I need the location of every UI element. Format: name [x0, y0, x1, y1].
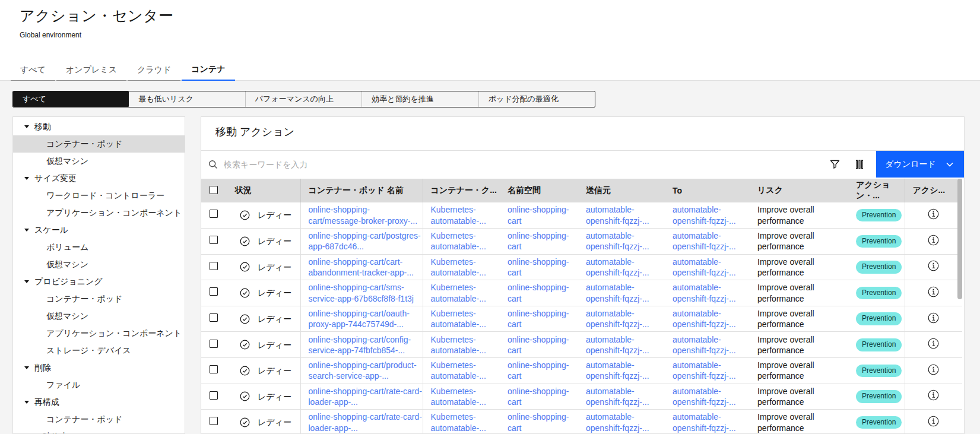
row-checkbox[interactable] [210, 262, 218, 270]
sidebar-item[interactable]: コンテナー・ポッド [13, 290, 185, 308]
cluster-link[interactable]: Kubernetes-automatable-... [431, 205, 486, 225]
row-checkbox[interactable] [210, 340, 218, 348]
source-link[interactable]: automatable-openshift-fqzzj-... [586, 231, 649, 251]
sidebar-item[interactable]: 仮想マシン [13, 256, 185, 273]
sidebar-item[interactable]: アプリケーション・コンポーネント [13, 204, 185, 221]
filter-segment[interactable]: パフォーマンスの向上 [245, 91, 361, 107]
sidebar-item[interactable]: ストレージ・デバイス [13, 342, 185, 359]
info-icon[interactable] [928, 364, 939, 375]
to-link[interactable]: automatable-openshift-fqzzj-... [673, 283, 736, 303]
col-header-action-details[interactable]: アクシ... [905, 179, 962, 202]
tab-クラウド[interactable]: クラウド [128, 59, 180, 81]
pod-name-link[interactable]: online-shopping-cart/cart-abandonment-tr… [309, 257, 414, 277]
pod-name-link[interactable]: online-shopping-cart/message-broker-prox… [309, 205, 418, 225]
namespace-link[interactable]: online-shopping-cart [508, 309, 569, 329]
sidebar-group-header[interactable]: 移動 [13, 118, 185, 135]
tab-すべて[interactable]: すべて [11, 59, 55, 81]
source-link[interactable]: automatable-openshift-fqzzj-... [586, 309, 649, 329]
sidebar-group-header[interactable]: プロビジョニング [13, 273, 185, 290]
sidebar-item[interactable]: ファイル [13, 376, 185, 394]
to-link[interactable]: automatable-openshift-fqzzj-... [673, 360, 736, 381]
to-link[interactable]: automatable-openshift-fqzzj-... [673, 335, 736, 355]
source-link[interactable]: automatable-openshift-fqzzj-... [586, 387, 649, 407]
column-settings-icon[interactable] [850, 151, 869, 178]
sidebar-item[interactable]: コンテナー・ポッド [13, 135, 185, 153]
info-icon[interactable] [928, 260, 939, 271]
info-icon[interactable] [928, 338, 939, 349]
col-header-source[interactable]: 送信元 [578, 179, 665, 202]
sidebar-item[interactable]: 仮想マシン [13, 153, 185, 170]
pod-name-link[interactable]: online-shopping-cart/sms-service-app-67b… [309, 283, 414, 303]
download-button[interactable]: ダウンロード [876, 151, 964, 178]
source-link[interactable]: automatable-openshift-fqzzj-... [586, 257, 649, 277]
source-link[interactable]: automatable-openshift-fqzzj-... [586, 412, 649, 432]
namespace-link[interactable]: online-shopping-cart [508, 205, 569, 225]
select-all-checkbox[interactable] [210, 186, 218, 194]
col-header-namespace[interactable]: 名前空間 [500, 179, 578, 202]
col-header-risk[interactable]: リスク [750, 179, 848, 202]
table-row[interactable]: レディー online-shopping-cart/oauth-proxy-ap… [201, 306, 962, 332]
info-icon[interactable] [928, 208, 939, 220]
pod-name-link[interactable]: online-shopping-cart/oauth-proxy-app-744… [309, 309, 410, 329]
source-link[interactable]: automatable-openshift-fqzzj-... [586, 283, 649, 303]
sidebar-group-header[interactable]: スケール [13, 221, 185, 239]
info-icon[interactable] [928, 312, 939, 324]
pod-name-link[interactable]: online-shopping-cart/rate-card-loader-ap… [309, 387, 422, 407]
to-link[interactable]: automatable-openshift-fqzzj-... [673, 257, 736, 277]
cluster-link[interactable]: Kubernetes-automatable-... [431, 360, 486, 381]
cluster-link[interactable]: Kubernetes-automatable-... [431, 231, 486, 251]
row-checkbox[interactable] [210, 391, 218, 400]
source-link[interactable]: automatable-openshift-fqzzj-... [586, 335, 649, 355]
table-vertical-scrollbar[interactable] [957, 179, 962, 299]
info-icon[interactable] [928, 235, 939, 246]
table-row[interactable]: レディー online-shopping-cart/rate-card-load… [201, 384, 962, 410]
sidebar-group-header[interactable]: 再構成 [13, 394, 185, 411]
row-checkbox[interactable] [210, 210, 218, 218]
to-link[interactable]: automatable-openshift-fqzzj-... [673, 387, 736, 407]
row-checkbox[interactable] [210, 365, 218, 373]
row-checkbox[interactable] [210, 313, 218, 322]
table-row[interactable]: レディー online-shopping-cart/sms-service-ap… [201, 280, 962, 306]
namespace-link[interactable]: online-shopping-cart [508, 387, 569, 407]
sidebar-group-header[interactable]: 一時停止 [13, 428, 185, 434]
tab-コンテナ[interactable]: コンテナ [182, 59, 234, 81]
row-checkbox[interactable] [210, 236, 218, 244]
info-icon[interactable] [928, 389, 939, 401]
filter-funnel-icon[interactable] [825, 151, 844, 178]
sidebar-item[interactable]: ワークロード・コントローラー [13, 187, 185, 204]
cluster-link[interactable]: Kubernetes-automatable-... [431, 283, 486, 303]
cluster-link[interactable]: Kubernetes-automatable-... [431, 335, 486, 355]
table-row[interactable]: レディー online-shopping-cart/rate-card-load… [201, 410, 962, 434]
sidebar-group-header[interactable]: 削除 [13, 359, 185, 376]
info-icon[interactable] [928, 286, 939, 297]
col-header-cluster[interactable]: コンテナー・ク... [423, 179, 500, 202]
col-header-action-type[interactable]: アクション・... [848, 179, 905, 202]
filter-segment[interactable]: すべて [13, 91, 129, 107]
info-icon[interactable] [928, 416, 939, 427]
sidebar-item[interactable]: 仮想マシン [13, 308, 185, 325]
namespace-link[interactable]: online-shopping-cart [508, 412, 569, 432]
filter-segment[interactable]: ポッド分配の最適化 [478, 91, 595, 107]
pod-name-link[interactable]: online-shopping-cart/product-search-serv… [309, 360, 417, 381]
table-row[interactable]: レディー online-shopping-cart/product-search… [201, 358, 962, 384]
filter-segment[interactable]: 最も低いリスク [129, 91, 245, 107]
cluster-link[interactable]: Kubernetes-automatable-... [431, 412, 486, 432]
to-link[interactable]: automatable-openshift-fqzzj-... [673, 309, 736, 329]
table-row[interactable]: レディー online-shopping-cart/postgres-app-6… [201, 229, 962, 255]
pod-name-link[interactable]: online-shopping-cart/postgres-app-687dc4… [309, 231, 421, 251]
cluster-link[interactable]: Kubernetes-automatable-... [431, 387, 486, 407]
cluster-link[interactable]: Kubernetes-automatable-... [431, 309, 486, 329]
sidebar-group-header[interactable]: サイズ変更 [13, 170, 185, 187]
col-header-to[interactable]: To [665, 179, 750, 202]
pod-name-link[interactable]: online-shopping-cart/config-service-app-… [309, 335, 411, 355]
col-header-status[interactable]: 状況 [221, 179, 300, 202]
tab-オンプレミス[interactable]: オンプレミス [56, 59, 126, 81]
source-link[interactable]: automatable-openshift-fqzzj-... [586, 205, 649, 225]
sidebar-item[interactable]: ボリューム [13, 239, 185, 256]
filter-segment[interactable]: 効率と節約を推進 [361, 91, 478, 107]
chevron-down-icon[interactable] [946, 162, 953, 167]
row-checkbox[interactable] [210, 417, 218, 425]
cluster-link[interactable]: Kubernetes-automatable-... [431, 257, 486, 277]
table-row[interactable]: レディー online-shopping-cart/config-service… [201, 332, 962, 358]
table-row[interactable]: レディー online-shopping-cart/cart-abandonme… [201, 254, 962, 280]
